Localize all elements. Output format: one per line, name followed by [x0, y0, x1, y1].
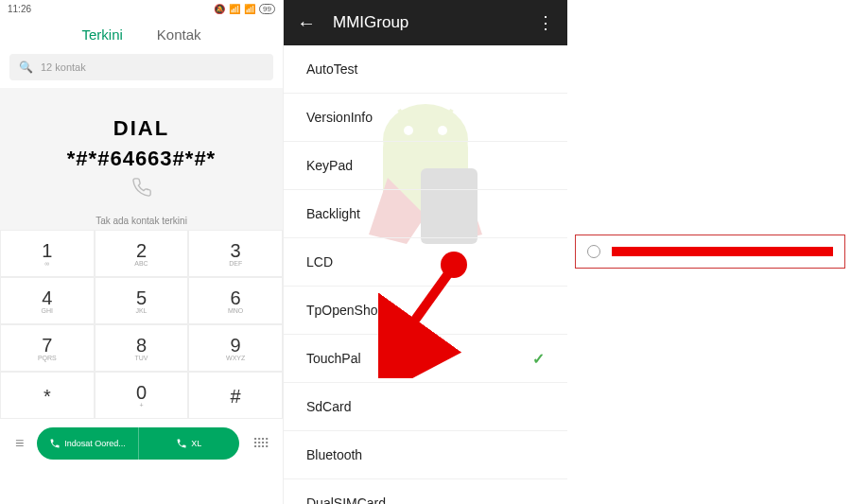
highlighted-option[interactable] — [575, 235, 845, 269]
key-hash[interactable]: # — [188, 372, 283, 419]
status-bar: 11:26 🔕 📶 📶 99 — [0, 0, 283, 17]
mmi-item-bluetooth[interactable]: Bluetooth — [284, 431, 567, 479]
redacted-label — [612, 247, 833, 256]
mmi-item-touchpal[interactable]: TouchPal✓ — [284, 335, 567, 383]
clock: 11:26 — [8, 4, 31, 14]
signal-icon: 📶 — [229, 4, 240, 14]
mmi-title: MMIGroup — [333, 13, 520, 32]
radio-button[interactable] — [587, 245, 600, 258]
no-recent-contact: Tak ada kontak terkini — [96, 216, 187, 226]
mmi-item-tpopenshort[interactable]: TpOpenShort — [284, 287, 567, 335]
key-0[interactable]: 0+ — [95, 372, 189, 419]
mmi-list[interactable]: AutoTest VersionInfo KeyPad Backlight LC… — [284, 45, 567, 504]
key-2[interactable]: 2ABC — [95, 230, 189, 277]
mmi-item-autotest[interactable]: AutoTest — [284, 45, 567, 94]
key-6[interactable]: 6MNO — [188, 277, 283, 324]
key-5[interactable]: 5JKL — [95, 277, 189, 324]
key-4[interactable]: 4GHI — [0, 277, 95, 324]
search-placeholder: 12 kontak — [41, 61, 86, 73]
key-star[interactable]: * — [0, 372, 95, 419]
status-icons: 🔕 📶 📶 99 — [214, 4, 275, 14]
call-sim2-button[interactable]: XL — [139, 427, 239, 460]
dial-code: *#*#64663#*#* — [67, 147, 216, 171]
mmi-header: ← MMIGroup ⋮ — [284, 0, 567, 45]
call-sim1-button[interactable]: Indosat Oored... — [37, 427, 138, 460]
mmi-item-versioninfo[interactable]: VersionInfo — [284, 94, 567, 142]
tab-recent[interactable]: Terkini — [81, 26, 122, 43]
back-button[interactable]: ← — [297, 12, 316, 34]
call-buttons: Indosat Oored... XL — [37, 427, 239, 460]
signal-icon-2: 📶 — [244, 4, 255, 14]
sim2-label: XL — [191, 439, 201, 448]
mmi-item-backlight[interactable]: Backlight — [284, 190, 567, 238]
silent-icon: 🔕 — [214, 4, 225, 14]
dial-label: DIAL — [113, 116, 169, 141]
mmi-panel: ← MMIGroup ⋮ AutoTest VersionInfo KeyPad… — [284, 0, 567, 504]
key-8[interactable]: 8TUV — [95, 324, 189, 372]
menu-button[interactable]: ≡ — [9, 435, 29, 452]
phone-icon — [131, 177, 152, 202]
mmi-item-lcd[interactable]: LCD — [284, 238, 567, 287]
key-7[interactable]: 7PQRS — [0, 324, 95, 372]
key-9[interactable]: 9WXYZ — [188, 324, 283, 372]
search-input[interactable]: 🔍 12 kontak — [9, 54, 273, 80]
dialer-tabs: Terkini Kontak — [0, 17, 283, 50]
dial-area: DIAL *#*#64663#*#* Tak ada kontak terkin… — [0, 88, 283, 230]
right-panel — [567, 0, 851, 504]
mmi-item-keypad[interactable]: KeyPad — [284, 142, 567, 190]
tab-contacts[interactable]: Kontak — [157, 26, 201, 43]
key-1[interactable]: 1∞ — [0, 230, 95, 277]
battery-icon: 99 — [259, 4, 275, 14]
keypad: 1∞ 2ABC 3DEF 4GHI 5JKL 6MNO 7PQRS 8TUV 9… — [0, 230, 283, 419]
check-icon: ✓ — [532, 350, 545, 368]
mmi-item-sdcard[interactable]: SdCard — [284, 383, 567, 431]
mmi-item-dualsimcard[interactable]: DualSIMCard — [284, 479, 567, 504]
dialpad-toggle[interactable]: ⠿⠿ — [247, 441, 273, 446]
search-icon: 🔍 — [19, 61, 33, 74]
more-button[interactable]: ⋮ — [537, 12, 554, 33]
dialer-panel: 11:26 🔕 📶 📶 99 Terkini Kontak 🔍 12 konta… — [0, 0, 284, 504]
dialer-bottom-bar: ≡ Indosat Oored... XL ⠿⠿ — [0, 419, 283, 468]
sim1-label: Indosat Oored... — [64, 439, 126, 448]
key-3[interactable]: 3DEF — [188, 230, 283, 277]
